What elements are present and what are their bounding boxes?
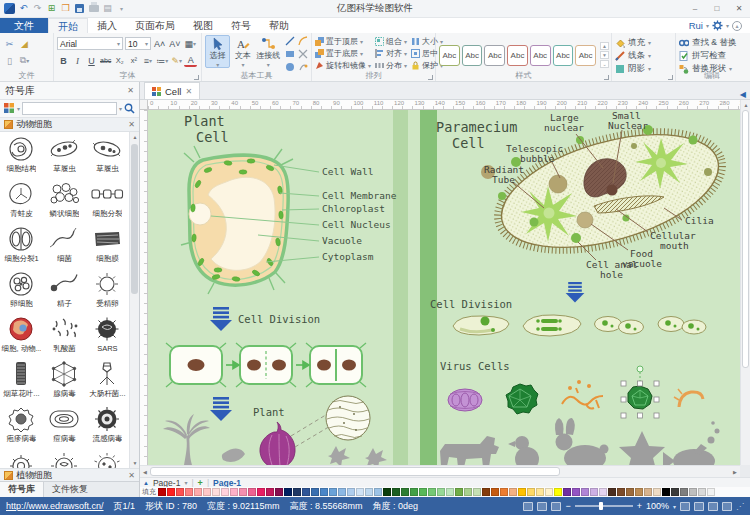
- tab-insert[interactable]: 插入: [88, 18, 126, 33]
- style-swatch-7[interactable]: Abc: [575, 45, 596, 66]
- symbol-item[interactable]: 腺病毒: [43, 357, 86, 402]
- symbol-item[interactable]: 细胞结构: [0, 132, 43, 177]
- animal-section-close-icon[interactable]: ✕: [128, 120, 135, 129]
- palette-color[interactable]: [581, 488, 589, 496]
- open-file-icon[interactable]: ❒: [59, 2, 72, 15]
- settings-caret-icon[interactable]: ▾: [726, 22, 729, 29]
- palette-color[interactable]: [662, 488, 670, 496]
- palette-color[interactable]: [509, 488, 517, 496]
- cell-division2-label[interactable]: Cell Division: [430, 298, 512, 310]
- palette-color[interactable]: [320, 488, 328, 496]
- freeform-icon[interactable]: [297, 48, 309, 60]
- bring-to-front-button[interactable]: 置于顶层▾: [315, 36, 371, 47]
- send-to-back-button[interactable]: 置于底层▾: [315, 48, 371, 59]
- line-spacing-icon[interactable]: ≡▾: [141, 54, 154, 68]
- text-tool-button[interactable]: A 文本▾: [230, 35, 255, 68]
- palette-color[interactable]: [554, 488, 562, 496]
- palette-color[interactable]: [329, 488, 337, 496]
- page-tab-active[interactable]: Page-1: [213, 478, 241, 488]
- palette-color[interactable]: [428, 488, 436, 496]
- arc-shape-icon[interactable]: [297, 35, 309, 47]
- page-selector-caret-icon[interactable]: ▾: [184, 479, 187, 486]
- purple-virus[interactable]: [448, 389, 482, 411]
- vertical-scroll-thumb[interactable]: [742, 110, 749, 368]
- font-family-select[interactable]: Arial▾: [57, 37, 123, 50]
- palette-color[interactable]: [302, 488, 310, 496]
- palette-color[interactable]: [653, 488, 661, 496]
- symbol-item[interactable]: 受精卵: [86, 267, 129, 312]
- symbol-item[interactable]: 细菌: [43, 222, 86, 267]
- zoom-in-icon[interactable]: +: [637, 501, 642, 511]
- palette-color[interactable]: [239, 488, 247, 496]
- font-color-button[interactable]: A: [184, 54, 197, 67]
- palette-color[interactable]: [698, 488, 706, 496]
- symbol-item[interactable]: 流感病毒: [86, 402, 129, 447]
- symbol-item[interactable]: 草履虫: [86, 132, 129, 177]
- arrange-dialog-launcher-icon[interactable]: [428, 75, 433, 80]
- symbol-item[interactable]: [86, 447, 129, 468]
- search-caret-icon[interactable]: ▾: [119, 105, 122, 112]
- increase-font-icon[interactable]: A˄: [153, 37, 166, 51]
- pages-expand-icon[interactable]: ▲: [143, 480, 149, 486]
- cell-division-label[interactable]: Cell Division: [238, 313, 320, 325]
- zoom-caret-icon[interactable]: ▾: [673, 503, 676, 510]
- fit-page-icon[interactable]: [680, 502, 690, 511]
- palette-color[interactable]: [167, 488, 175, 496]
- library-menu-icon[interactable]: [4, 103, 15, 114]
- symbol-item[interactable]: 细胞分裂1: [0, 222, 43, 267]
- palette-color[interactable]: [671, 488, 679, 496]
- tab-file[interactable]: 文件: [0, 18, 48, 33]
- spell-check-button[interactable]: 拼写检查: [679, 49, 746, 62]
- symbol-item[interactable]: 精子: [43, 267, 86, 312]
- find-replace-button[interactable]: 查找 & 替换: [679, 36, 746, 49]
- undo-icon[interactable]: ↶: [17, 2, 30, 15]
- sidebar-scrollbar[interactable]: ▲ ▼: [129, 132, 139, 468]
- palette-color[interactable]: [464, 488, 472, 496]
- palette-color[interactable]: [680, 488, 688, 496]
- zoom-out-icon[interactable]: −: [565, 501, 570, 511]
- style-swatch-5[interactable]: Abc: [530, 45, 551, 66]
- group-button[interactable]: 组合▾: [375, 36, 407, 47]
- palette-color[interactable]: [365, 488, 373, 496]
- vertical-scrollbar[interactable]: ▲: [740, 100, 750, 465]
- palette-color[interactable]: [257, 488, 265, 496]
- palette-color[interactable]: [545, 488, 553, 496]
- decrease-font-icon[interactable]: A˅: [168, 37, 181, 51]
- symbol-item[interactable]: 乳酸菌: [43, 312, 86, 357]
- page-selector[interactable]: Page-1: [153, 478, 180, 488]
- palette-color[interactable]: [563, 488, 571, 496]
- plant-section-close-icon[interactable]: ✕: [128, 471, 135, 480]
- palette-color[interactable]: [401, 488, 409, 496]
- view-fullscreen-icon[interactable]: [537, 502, 547, 511]
- quick-access-caret-icon[interactable]: ▾: [115, 2, 128, 15]
- style-swatch-2[interactable]: Abc: [462, 45, 483, 66]
- style-swatch-3[interactable]: Abc: [484, 45, 505, 66]
- superscript-button[interactable]: x²: [127, 54, 140, 68]
- microscope-view-circle[interactable]: [326, 396, 370, 440]
- palette-color[interactable]: [293, 488, 301, 496]
- palette-color[interactable]: [437, 488, 445, 496]
- scroll-up-icon[interactable]: ▲: [741, 100, 750, 110]
- subscript-button[interactable]: X₂: [113, 54, 126, 68]
- symbol-item[interactable]: 卵细胞: [0, 267, 43, 312]
- view-normal-icon[interactable]: [523, 502, 533, 511]
- symbol-item[interactable]: 大肠杆菌...: [86, 357, 129, 402]
- drawing-page[interactable]: Plant Cell Cell Wall Cell Membrane Chlor…: [148, 110, 740, 465]
- format-painter-icon[interactable]: ◢: [18, 37, 31, 51]
- edrawsoft-link[interactable]: http://www.edrawsoft.cn/: [6, 501, 104, 511]
- palette-color[interactable]: [356, 488, 364, 496]
- copy-icon[interactable]: ⧉▾: [18, 54, 31, 68]
- palette-color[interactable]: [203, 488, 211, 496]
- palette-color[interactable]: [383, 488, 391, 496]
- export-icon[interactable]: ▤: [101, 2, 114, 15]
- maximize-button[interactable]: □: [706, 0, 728, 17]
- paste-icon[interactable]: ▯: [3, 54, 16, 68]
- palette-color[interactable]: [392, 488, 400, 496]
- view-presentation-icon[interactable]: [551, 502, 561, 511]
- palette-color[interactable]: [230, 488, 238, 496]
- palette-color[interactable]: [284, 488, 292, 496]
- zoom-slider-thumb[interactable]: [599, 502, 603, 510]
- palette-color[interactable]: [518, 488, 526, 496]
- horizontal-scroll-thumb[interactable]: [150, 467, 560, 476]
- document-tab-cell[interactable]: Cell ✕: [144, 82, 200, 99]
